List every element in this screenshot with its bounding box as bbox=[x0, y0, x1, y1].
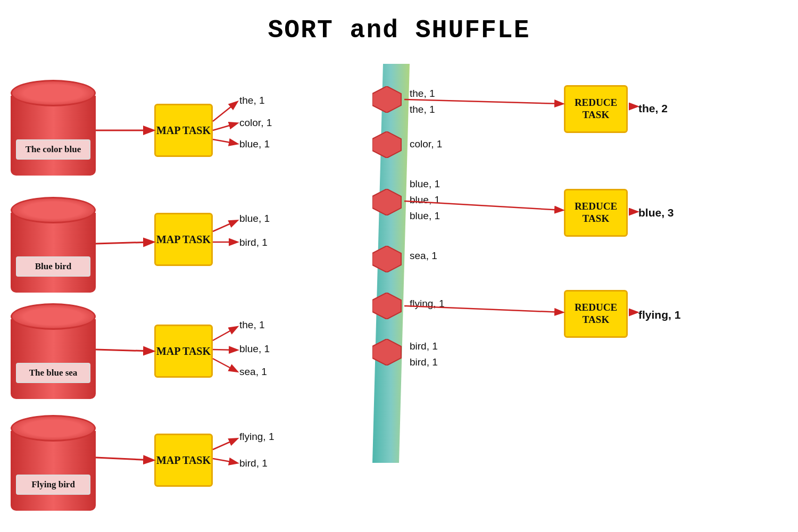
svg-marker-3 bbox=[372, 189, 401, 215]
database-4: Flying bird bbox=[11, 415, 96, 511]
svg-line-21 bbox=[404, 99, 562, 104]
map1-out-1: the, 1 bbox=[239, 95, 265, 106]
svg-marker-4 bbox=[372, 246, 401, 272]
map-task-1: MAP TASK bbox=[154, 104, 213, 157]
map1-out-2: color, 1 bbox=[239, 117, 272, 129]
map-task-4: MAP TASK bbox=[154, 434, 213, 487]
svg-line-9 bbox=[96, 350, 153, 351]
map4-out-2: bird, 1 bbox=[239, 458, 268, 469]
database-3: The blue sea bbox=[11, 303, 96, 399]
db2-label: Blue bird bbox=[16, 256, 90, 277]
db3-label: The blue sea bbox=[16, 363, 90, 383]
svg-line-14 bbox=[213, 221, 237, 231]
hex-3 bbox=[372, 189, 402, 215]
svg-line-18 bbox=[213, 359, 237, 371]
svg-line-16 bbox=[213, 327, 237, 340]
sorted-6-1: bird, 1 bbox=[410, 340, 438, 352]
sorted-1-2: the, 1 bbox=[410, 104, 435, 115]
svg-line-17 bbox=[213, 350, 237, 350]
hex-5 bbox=[372, 293, 402, 319]
map4-out-1: flying, 1 bbox=[239, 431, 274, 443]
reduce-out-2: blue, 3 bbox=[638, 206, 674, 219]
db1-label: The color blue bbox=[16, 139, 90, 160]
hex-2 bbox=[372, 131, 402, 158]
db4-label: Flying bird bbox=[16, 475, 90, 495]
svg-line-13 bbox=[213, 139, 237, 144]
svg-line-12 bbox=[213, 123, 237, 130]
map-task-3: MAP TASK bbox=[154, 325, 213, 378]
sorted-4-1: sea, 1 bbox=[410, 250, 437, 262]
hex-1 bbox=[372, 86, 402, 113]
sorted-3-1: blue, 1 bbox=[410, 178, 440, 190]
reduce-out-1: the, 2 bbox=[638, 102, 668, 115]
map2-out-1: blue, 1 bbox=[239, 213, 270, 225]
svg-line-10 bbox=[96, 458, 153, 460]
svg-line-20 bbox=[213, 459, 237, 463]
map-task-2: MAP TASK bbox=[154, 213, 213, 266]
map2-out-2: bird, 1 bbox=[239, 237, 268, 248]
map3-out-2: blue, 1 bbox=[239, 343, 270, 355]
map3-out-1: the, 1 bbox=[239, 319, 265, 331]
svg-line-8 bbox=[96, 242, 153, 244]
sorted-1-1: the, 1 bbox=[410, 88, 435, 99]
svg-marker-6 bbox=[372, 339, 401, 365]
svg-line-11 bbox=[213, 102, 237, 121]
sorted-6-2: bird, 1 bbox=[410, 356, 438, 368]
sorted-2-1: color, 1 bbox=[410, 138, 442, 150]
hex-6 bbox=[372, 339, 402, 365]
svg-marker-2 bbox=[372, 131, 401, 158]
reduce-task-3: REDUCE TASK bbox=[564, 290, 628, 338]
svg-marker-5 bbox=[372, 293, 401, 319]
svg-marker-1 bbox=[372, 86, 401, 113]
map3-out-3: sea, 1 bbox=[239, 366, 267, 378]
reduce-out-3: flying, 1 bbox=[638, 309, 680, 321]
reduce-task-2: REDUCE TASK bbox=[564, 189, 628, 237]
sorted-3-2: blue, 1 bbox=[410, 194, 440, 206]
hex-4 bbox=[372, 246, 402, 272]
reduce-task-1: REDUCE TASK bbox=[564, 85, 628, 133]
sorted-3-3: blue, 1 bbox=[410, 210, 440, 222]
page-title: SORT and SHUFFLE bbox=[0, 0, 798, 45]
map1-out-3: blue, 1 bbox=[239, 138, 270, 150]
database-2: Blue bird bbox=[11, 197, 96, 293]
svg-line-19 bbox=[213, 439, 237, 450]
database-1: The color blue bbox=[11, 80, 96, 176]
sorted-5-1: flying, 1 bbox=[410, 298, 444, 310]
